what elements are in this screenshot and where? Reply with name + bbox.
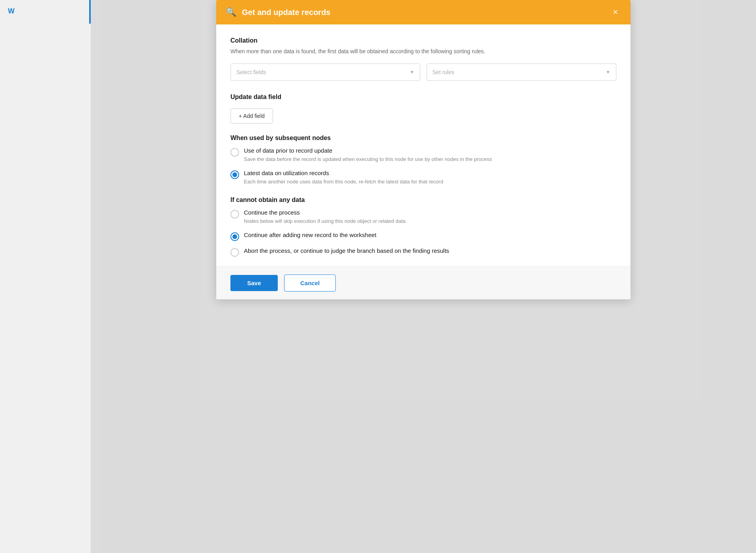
radio-latest-desc: Each time another node uses data from th… bbox=[244, 178, 443, 186]
radio-prior[interactable] bbox=[230, 148, 239, 157]
modal-title: Get and update records bbox=[242, 8, 331, 17]
radio-continue-text: Continue the process bbox=[244, 209, 406, 216]
select-fields-placeholder: Select fields bbox=[236, 69, 266, 75]
collation-section: Collation When more than one data is fou… bbox=[230, 37, 616, 81]
cannot-obtain-radio-group: Continue the process Nodes below will sk… bbox=[230, 209, 616, 257]
radio-latest-label: Latest data on utilization records Each … bbox=[244, 170, 443, 186]
add-field-button[interactable]: + Add field bbox=[230, 108, 273, 123]
radio-abort-text: Abort the process, or continue to judge … bbox=[244, 247, 449, 254]
modal-header: 🔍 Get and update records × bbox=[216, 0, 631, 24]
radio-item-latest: Latest data on utilization records Each … bbox=[230, 170, 616, 186]
radio-continue[interactable] bbox=[230, 210, 239, 219]
cannot-obtain-title: If cannot obtain any data bbox=[230, 196, 616, 204]
radio-item-add-new: Continue after adding new record to the … bbox=[230, 232, 616, 241]
radio-abort-label: Abort the process, or continue to judge … bbox=[244, 247, 449, 254]
modal-body: Collation When more than one data is fou… bbox=[216, 24, 631, 266]
update-data-field-section: Update data field + Add field bbox=[230, 93, 616, 123]
close-button[interactable]: × bbox=[610, 6, 621, 18]
radio-prior-text: Use of data prior to record update bbox=[244, 147, 492, 154]
cannot-obtain-section: If cannot obtain any data Continue the p… bbox=[230, 196, 616, 266]
sidebar-accent bbox=[89, 0, 91, 24]
radio-continue-label: Continue the process Nodes below will sk… bbox=[244, 209, 406, 225]
radio-latest-text: Latest data on utilization records bbox=[244, 170, 443, 176]
search-icon: 🔍 bbox=[226, 7, 236, 17]
save-button[interactable]: Save bbox=[230, 275, 278, 291]
radio-prior-desc: Save the data before the record is updat… bbox=[244, 155, 492, 163]
collation-desc: When more than one data is found, the fi… bbox=[230, 47, 616, 56]
radio-latest[interactable] bbox=[230, 170, 239, 179]
modal: 🔍 Get and update records × Collation Whe… bbox=[216, 0, 631, 299]
modal-overlay: 🔍 Get and update records × Collation Whe… bbox=[91, 0, 756, 553]
when-used-section: When used by subsequent nodes Use of dat… bbox=[230, 135, 616, 185]
radio-item-continue: Continue the process Nodes below will sk… bbox=[230, 209, 616, 225]
modal-header-left: 🔍 Get and update records bbox=[226, 7, 331, 17]
radio-item-prior: Use of data prior to record update Save … bbox=[230, 147, 616, 163]
radio-continue-desc: Nodes below will skip execution if using… bbox=[244, 217, 406, 225]
select-fields-dropdown[interactable]: Select fields ▼ bbox=[230, 64, 420, 81]
collation-row: Select fields ▼ Set rules ▼ bbox=[230, 64, 616, 81]
radio-add-new-text: Continue after adding new record to the … bbox=[244, 232, 376, 238]
set-rules-dropdown[interactable]: Set rules ▼ bbox=[427, 64, 616, 81]
radio-prior-label: Use of data prior to record update Save … bbox=[244, 147, 492, 163]
set-rules-placeholder: Set rules bbox=[432, 69, 454, 75]
chevron-down-icon: ▼ bbox=[410, 69, 414, 75]
when-used-title: When used by subsequent nodes bbox=[230, 135, 616, 142]
radio-item-abort: Abort the process, or continue to judge … bbox=[230, 247, 616, 257]
cancel-button[interactable]: Cancel bbox=[284, 275, 336, 291]
radio-add-new-label: Continue after adding new record to the … bbox=[244, 232, 376, 238]
when-used-radio-group: Use of data prior to record update Save … bbox=[230, 147, 616, 185]
sidebar-letter: W bbox=[8, 7, 15, 15]
sidebar: W bbox=[0, 0, 91, 553]
radio-abort[interactable] bbox=[230, 248, 239, 257]
modal-footer: Save Cancel bbox=[216, 266, 631, 299]
chevron-down-icon-2: ▼ bbox=[606, 69, 610, 75]
radio-add-new[interactable] bbox=[230, 232, 239, 241]
collation-title: Collation bbox=[230, 37, 616, 44]
update-data-field-title: Update data field bbox=[230, 93, 616, 101]
